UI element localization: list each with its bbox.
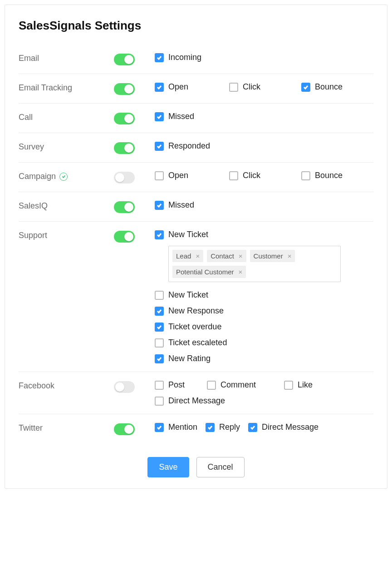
toggle-campaign[interactable] [114, 172, 135, 184]
footer-buttons: Save Cancel [19, 457, 373, 477]
checkbox-box [155, 338, 164, 348]
tag-customer: Customer × [250, 250, 295, 262]
row-label-support: Support [19, 230, 114, 240]
checkbox-label: Direct Message [262, 422, 318, 432]
row-email-tracking: Email Tracking Open Click Bounce [19, 74, 373, 104]
toggle-col [114, 82, 155, 95]
tag-label: Lead [176, 252, 191, 260]
toggle-email-tracking[interactable] [114, 83, 135, 95]
checkbox-box [155, 201, 164, 210]
close-icon[interactable]: × [239, 268, 243, 275]
row-label-email-tracking: Email Tracking [19, 82, 114, 93]
check-icon [250, 425, 255, 430]
checkbox-label: New Ticket [168, 290, 208, 300]
options-twitter: Mention Reply Direct Message [155, 422, 373, 432]
checkbox-tw-mention[interactable]: Mention [155, 422, 197, 432]
toggle-salesiq[interactable] [114, 201, 135, 213]
close-icon[interactable]: × [196, 253, 200, 259]
toggle-col [114, 422, 155, 435]
checkbox-tw-reply[interactable]: Reply [206, 422, 240, 432]
checkbox-box [155, 423, 164, 432]
options-survey: Responded [155, 141, 373, 151]
row-label-call: Call [19, 112, 114, 122]
checkbox-support-rating[interactable]: New Rating [155, 354, 373, 363]
checkbox-box [155, 397, 164, 406]
checkbox-support-newticket[interactable]: New Ticket [155, 290, 373, 300]
checkbox-campaign-open[interactable]: Open [155, 171, 188, 180]
options-call: Missed [155, 112, 373, 121]
checkbox-box [284, 381, 293, 390]
checkbox-et-bounce[interactable]: Bounce [301, 82, 343, 92]
checkbox-box [155, 354, 164, 363]
toggle-twitter[interactable] [114, 423, 135, 435]
checkbox-support-newticket-main[interactable]: New Ticket [155, 230, 373, 239]
close-icon[interactable]: × [288, 253, 292, 259]
check-icon [303, 84, 309, 90]
toggle-col [114, 53, 155, 65]
row-label-twitter: Twitter [19, 422, 114, 433]
check-icon [157, 425, 162, 430]
checkbox-fb-comment[interactable]: Comment [207, 380, 275, 390]
row-call: Call Missed [19, 104, 373, 133]
checkbox-salesiq-missed[interactable]: Missed [155, 200, 194, 210]
row-campaign: Campaign Open Click Bounce [19, 163, 373, 192]
checkbox-fb-dm[interactable]: Direct Message [155, 396, 368, 406]
checkbox-label: Click [243, 171, 260, 180]
toggle-survey[interactable] [114, 142, 135, 154]
row-email: Email Incoming [19, 45, 373, 74]
checkbox-campaign-bounce[interactable]: Bounce [301, 171, 343, 180]
cancel-button[interactable]: Cancel [196, 457, 245, 477]
checkbox-support-overdue[interactable]: Ticket overdue [155, 322, 373, 332]
checkbox-box [155, 142, 164, 151]
checkbox-label: Incoming [168, 53, 201, 62]
tag-lead: Lead × [172, 250, 203, 262]
check-icon [157, 114, 162, 119]
options-support: New Ticket Lead × Contact × Customer × P… [155, 230, 373, 363]
toggle-email[interactable] [114, 54, 135, 65]
checkbox-label: New Response [168, 306, 224, 316]
checkbox-tw-dm[interactable]: Direct Message [248, 422, 318, 432]
row-label-email: Email [19, 53, 114, 63]
tag-label: Contact [211, 252, 234, 260]
options-campaign: Open Click Bounce [155, 171, 373, 180]
tag-box[interactable]: Lead × Contact × Customer × Potential Cu… [168, 246, 341, 282]
checkbox-box [155, 323, 164, 332]
checkbox-box [155, 307, 164, 316]
toggle-facebook[interactable] [114, 381, 135, 393]
checkbox-fb-like[interactable]: Like [284, 380, 313, 390]
checkbox-call-missed[interactable]: Missed [155, 112, 194, 121]
toggle-col [114, 200, 155, 213]
checkbox-et-click[interactable]: Click [229, 82, 260, 92]
checkbox-label: Missed [168, 200, 194, 210]
checkbox-support-newresponse[interactable]: New Response [155, 306, 373, 316]
checkbox-box [155, 171, 164, 180]
checkbox-email-incoming[interactable]: Incoming [155, 53, 201, 62]
options-email: Incoming [155, 53, 373, 62]
checkbox-campaign-click[interactable]: Click [229, 171, 260, 180]
checkbox-label: Open [168, 82, 188, 92]
close-icon[interactable]: × [239, 253, 243, 259]
checkbox-support-escalated[interactable]: Ticket escaleted [155, 338, 373, 348]
checkbox-survey-responded[interactable]: Responded [155, 141, 210, 151]
row-support: Support New Ticket Lead × Contact × Cust… [19, 222, 373, 372]
verified-icon [59, 173, 68, 181]
checkbox-label: Ticket escaleted [168, 338, 227, 348]
row-facebook: Facebook Post Comment Like Direct Messag… [19, 372, 373, 414]
checkbox-label: Like [298, 380, 313, 390]
checkbox-label: Click [243, 82, 260, 92]
options-email-tracking: Open Click Bounce [155, 82, 373, 92]
checkbox-label: Bounce [315, 171, 343, 180]
checkbox-et-open[interactable]: Open [155, 82, 188, 92]
checkbox-fb-post[interactable]: Post [155, 380, 198, 390]
check-icon [157, 232, 162, 238]
row-label-survey: Survey [19, 141, 114, 152]
checkbox-box [206, 423, 215, 432]
checkbox-label: Comment [220, 380, 256, 390]
save-button[interactable]: Save [147, 457, 189, 477]
tag-potential-customer: Potential Customer × [172, 266, 246, 278]
toggle-call[interactable] [114, 113, 135, 124]
toggle-support[interactable] [114, 231, 135, 243]
check-icon [157, 203, 162, 208]
options-salesiq: Missed [155, 200, 373, 210]
checkbox-label: New Ticket [168, 230, 208, 239]
